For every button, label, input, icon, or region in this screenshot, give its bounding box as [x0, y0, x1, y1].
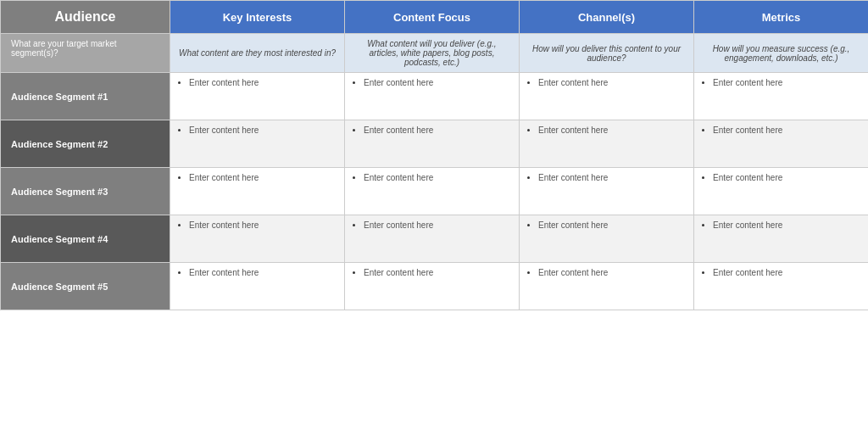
channels-placeholder-2: Enter content here — [538, 126, 608, 135]
segment-label-3: Audience Segment #3 — [1, 168, 170, 215]
content-focus-cell-4[interactable]: Enter content here — [345, 215, 520, 263]
segment-row-5: Audience Segment #5Enter content here En… — [1, 263, 869, 310]
metrics-placeholder-4: Enter content here — [713, 220, 782, 230]
channels-placeholder-4: Enter content here — [538, 220, 608, 230]
metrics-cell-1[interactable]: Enter content here — [694, 73, 869, 120]
content-focus-placeholder-4: Enter content here — [364, 220, 433, 230]
key-interests-placeholder-4: Enter content here — [189, 220, 259, 230]
key-interests-placeholder-3: Enter content here — [189, 173, 259, 182]
channels-cell-3[interactable]: Enter content here — [520, 168, 694, 215]
segment-row-3: Audience Segment #3Enter content here En… — [1, 168, 869, 215]
channels-cell-4[interactable]: Enter content here — [520, 215, 694, 263]
channels-cell-5[interactable]: Enter content here — [520, 263, 694, 310]
key-interests-cell-3[interactable]: Enter content here — [170, 168, 345, 215]
content-focus-subheader: What content will you deliver (e.g., art… — [345, 34, 520, 73]
metrics-cell-3[interactable]: Enter content here — [694, 168, 869, 215]
segment-label-1: Audience Segment #1 — [1, 73, 170, 120]
segment-row-1: Audience Segment #1Enter content here En… — [1, 73, 869, 120]
audience-header: Audience — [1, 1, 170, 34]
segment-label-5: Audience Segment #5 — [1, 263, 170, 310]
content-focus-placeholder-1: Enter content here — [364, 78, 433, 87]
key-interests-cell-1[interactable]: Enter content here — [170, 73, 345, 120]
header-row: Audience Key Interests Content Focus Cha… — [1, 1, 869, 34]
metrics-subheader: How will you measure success (e.g., enga… — [694, 34, 869, 73]
metrics-placeholder-2: Enter content here — [713, 126, 782, 135]
metrics-cell-4[interactable]: Enter content here — [694, 215, 869, 263]
content-strategy-table: Audience Key Interests Content Focus Cha… — [0, 0, 868, 310]
metrics-placeholder-3: Enter content here — [713, 173, 782, 182]
content-focus-cell-1[interactable]: Enter content here — [345, 73, 520, 120]
metrics-placeholder-1: Enter content here — [713, 78, 782, 87]
segment-label-2: Audience Segment #2 — [1, 120, 170, 168]
segment-row-2: Audience Segment #2Enter content here En… — [1, 120, 869, 168]
segment-label-4: Audience Segment #4 — [1, 215, 170, 263]
metrics-header: Metrics — [694, 1, 869, 34]
table-wrapper: Audience Key Interests Content Focus Cha… — [0, 0, 868, 424]
subheader-row: What are your target market segment(s)? … — [1, 34, 869, 73]
channels-placeholder-1: Enter content here — [538, 78, 608, 87]
channels-cell-2[interactable]: Enter content here — [520, 120, 694, 168]
content-focus-cell-5[interactable]: Enter content here — [345, 263, 520, 310]
metrics-placeholder-5: Enter content here — [713, 268, 782, 277]
key-interests-placeholder-2: Enter content here — [189, 126, 259, 135]
channels-placeholder-3: Enter content here — [538, 173, 608, 182]
key-interests-cell-4[interactable]: Enter content here — [170, 215, 345, 263]
key-interests-placeholder-1: Enter content here — [189, 78, 259, 87]
content-focus-placeholder-2: Enter content here — [364, 126, 433, 135]
key-interests-placeholder-5: Enter content here — [189, 268, 259, 277]
key-interests-cell-5[interactable]: Enter content here — [170, 263, 345, 310]
key-interests-cell-2[interactable]: Enter content here — [170, 120, 345, 168]
channels-subheader: How will you deliver this content to you… — [520, 34, 694, 73]
channels-header: Channel(s) — [520, 1, 694, 34]
channels-placeholder-5: Enter content here — [538, 268, 608, 277]
metrics-cell-2[interactable]: Enter content here — [694, 120, 869, 168]
content-focus-placeholder-5: Enter content here — [364, 268, 433, 277]
segment-row-4: Audience Segment #4Enter content here En… — [1, 215, 869, 263]
content-focus-header: Content Focus — [345, 1, 520, 34]
key-interests-subheader: What content are they most interested in… — [170, 34, 345, 73]
metrics-cell-5[interactable]: Enter content here — [694, 263, 869, 310]
audience-subheader: What are your target market segment(s)? — [1, 34, 170, 73]
channels-cell-1[interactable]: Enter content here — [520, 73, 694, 120]
content-focus-placeholder-3: Enter content here — [364, 173, 433, 182]
content-focus-cell-2[interactable]: Enter content here — [345, 120, 520, 168]
content-focus-cell-3[interactable]: Enter content here — [345, 168, 520, 215]
key-interests-header: Key Interests — [170, 1, 345, 34]
